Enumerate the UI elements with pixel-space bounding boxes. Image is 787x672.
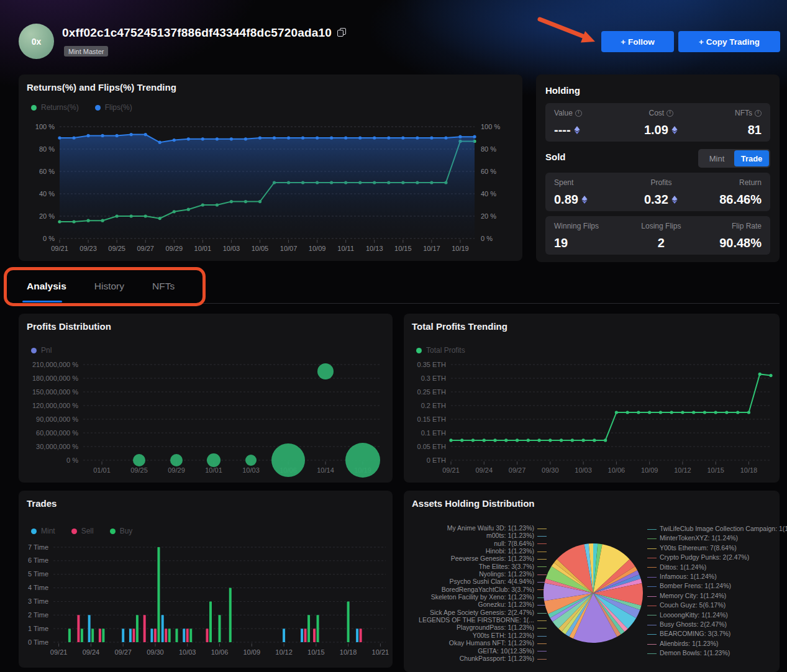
legend-item-pnl[interactable]: Pnl xyxy=(31,346,52,355)
copy-address-icon[interactable] xyxy=(337,28,347,38)
pie-connector-line xyxy=(537,529,547,529)
pie-label: m00ts: 1(1.23%) xyxy=(409,532,547,539)
svg-text:0.3 ETH: 0.3 ETH xyxy=(421,375,446,382)
svg-text:09/29: 09/29 xyxy=(168,466,185,474)
pie-connector-line xyxy=(647,548,657,549)
svg-text:09/30: 09/30 xyxy=(542,466,559,474)
svg-text:150,000,000 %: 150,000,000 % xyxy=(32,388,78,396)
pnl-legend-dot xyxy=(31,348,37,353)
legend-item-mint[interactable]: Mint xyxy=(31,527,55,535)
pie-label: MinterTokenXYZ: 1(1.24%) xyxy=(647,534,776,543)
svg-text:80 %: 80 % xyxy=(481,145,496,153)
svg-text:10/12: 10/12 xyxy=(674,466,691,474)
info-icon[interactable] xyxy=(575,110,582,117)
sold-stats-row2: Winning Filps 19 Losing Flips 2 Flip Rat… xyxy=(545,216,770,255)
pie-label: Psycho Sushi Clan: 4(4.94%) xyxy=(409,578,547,585)
pie-label: BEARCOMING: 3(3.7%) xyxy=(647,629,776,638)
wallet-address-row: 0xff02c1c475245137f886df43344f8dc5720ada… xyxy=(62,26,347,40)
pie-connector-line xyxy=(647,586,657,587)
svg-text:20 %: 20 % xyxy=(481,212,496,220)
svg-text:10/14: 10/14 xyxy=(317,466,334,474)
red-arrow-annotation xyxy=(535,15,603,48)
pie-label: Demon Bowls: 1(1.23%) xyxy=(647,648,776,658)
holding-nfts: NFTs 81 xyxy=(694,109,762,136)
svg-text:0 ETH: 0 ETH xyxy=(427,456,446,464)
tab-history[interactable]: History xyxy=(94,281,124,301)
svg-text:10/01: 10/01 xyxy=(205,466,222,474)
sold-return: Return 86.46% xyxy=(694,178,762,206)
svg-text:0.1 ETH: 0.1 ETH xyxy=(421,429,446,437)
svg-text:09/25: 09/25 xyxy=(108,245,125,252)
svg-text:3 Time: 3 Time xyxy=(28,597,48,605)
svg-text:10/03: 10/03 xyxy=(179,648,196,656)
svg-text:60,000,000 %: 60,000,000 % xyxy=(36,429,78,437)
svg-text:09/24: 09/24 xyxy=(83,648,100,656)
sold-profits: Profits 0.32 xyxy=(628,178,695,206)
pie-label: Alienbirds: 1(1.23%) xyxy=(647,639,776,648)
pie-label: Peeverse Genesis: 1(1.23%) xyxy=(409,555,547,562)
svg-text:2 Time: 2 Time xyxy=(28,611,48,619)
returns-flips-legend: Returns(%) Flips(%) xyxy=(31,103,132,112)
svg-text:5 Time: 5 Time xyxy=(28,570,48,578)
eth-icon xyxy=(671,196,678,204)
legend-item-flips[interactable]: Flips(%) xyxy=(95,103,132,112)
svg-text:10/06: 10/06 xyxy=(608,466,626,474)
pie-label: BoredRengaYachtClub: 3(3.7%) xyxy=(409,586,547,593)
total-profits-legend: Total Profits xyxy=(416,346,465,355)
pie-label: Infamous: 1(1.24%) xyxy=(647,572,776,581)
tab-analysis[interactable]: Analysis xyxy=(27,281,66,301)
svg-text:10/19: 10/19 xyxy=(452,245,469,252)
svg-text:10/15: 10/15 xyxy=(707,466,724,474)
pie-label: ChunkPassport: 1(1.23%) xyxy=(409,655,547,662)
returns-flips-chart: 100 %100 %80 %80 %60 %60 %40 %40 %20 %20… xyxy=(24,119,517,257)
legend-item-returns[interactable]: Returns(%) xyxy=(31,103,79,112)
svg-text:120,000,000 %: 120,000,000 % xyxy=(32,402,78,409)
pie-connector-line xyxy=(537,651,547,652)
svg-text:7 Time: 7 Time xyxy=(28,543,48,551)
pie-label: Y00ts Ethereum: 7(8.64%) xyxy=(647,543,776,553)
legend-item-total-profits[interactable]: Total Profits xyxy=(416,346,465,355)
svg-text:4 Time: 4 Time xyxy=(28,584,48,591)
svg-text:10/01: 10/01 xyxy=(194,245,212,252)
pie-connector-line xyxy=(647,596,657,597)
holding-cost: Cost 1.09 xyxy=(628,109,695,136)
svg-text:30,000,000 %: 30,000,000 % xyxy=(36,443,78,450)
pie-label: Gonezku: 1(1.23%) xyxy=(409,601,547,608)
svg-text:10/13: 10/13 xyxy=(366,245,383,252)
pie-label: Memory City: 1(1.24%) xyxy=(647,591,776,601)
svg-text:09/21: 09/21 xyxy=(442,466,460,474)
svg-text:09/30: 09/30 xyxy=(147,648,164,656)
assets-distribution-card: Assets Holding Distribution My Anime Wai… xyxy=(404,491,780,672)
tab-nfts[interactable]: NFTs xyxy=(152,281,175,301)
legend-item-buy[interactable]: Buy xyxy=(110,527,133,535)
total-profits-card: Total Profits Trending Total Profits 0.3… xyxy=(404,314,780,483)
pie-label: Nyolings: 1(1.23%) xyxy=(409,570,547,578)
copy-trading-button[interactable]: + Copy Trading xyxy=(678,31,780,52)
svg-text:10/09: 10/09 xyxy=(309,245,326,252)
holding-title: Holding xyxy=(545,85,580,96)
profile-tabs: Analysis History NFTs xyxy=(27,281,175,301)
svg-text:10/17: 10/17 xyxy=(423,245,440,252)
svg-text:10/15: 10/15 xyxy=(307,648,325,656)
info-icon[interactable] xyxy=(666,110,673,117)
pie-label: null: 7(8.64%) xyxy=(409,540,547,547)
follow-button[interactable]: + Follow xyxy=(601,31,674,52)
mint-legend-dot xyxy=(31,529,37,534)
assets-distribution-title: Assets Holding Distribution xyxy=(412,498,535,509)
svg-text:0.35 ETH: 0.35 ETH xyxy=(417,361,447,368)
svg-text:09/21: 09/21 xyxy=(50,648,68,656)
info-icon[interactable] xyxy=(755,110,762,117)
wallet-address: 0xff02c1c475245137f886df43344f8dc5720ada… xyxy=(62,26,332,40)
svg-text:100 %: 100 % xyxy=(481,123,500,130)
pie-connector-line xyxy=(647,644,657,645)
legend-item-sell[interactable]: Sell xyxy=(71,527,94,535)
svg-text:1 Time: 1 Time xyxy=(28,625,48,632)
pie-connector-line xyxy=(647,538,657,539)
holding-panel: Holding Value ---- Cost 1.09 NFTs 81 Sol… xyxy=(536,75,780,262)
toggle-mint[interactable]: Mint xyxy=(699,150,734,166)
svg-text:100 %: 100 % xyxy=(35,123,55,130)
pie-label: Skeleton Facility by Xeno: 1(1.23%) xyxy=(409,593,547,601)
active-tab-underline xyxy=(22,301,62,302)
assets-pie-chart xyxy=(542,542,645,645)
toggle-trade[interactable]: Trade xyxy=(734,150,769,166)
